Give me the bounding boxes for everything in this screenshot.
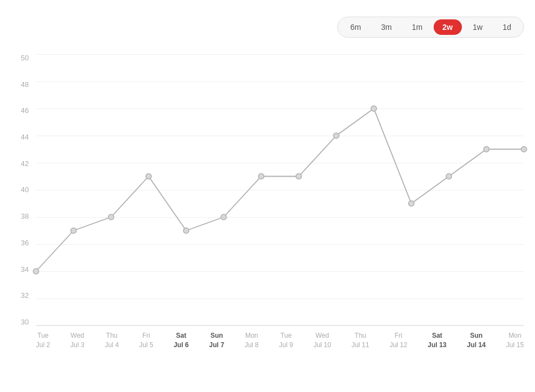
data-point-4 bbox=[183, 228, 189, 234]
data-point-13 bbox=[521, 147, 527, 152]
y-label-48: 48 bbox=[21, 81, 29, 88]
y-label-30: 30 bbox=[21, 318, 29, 326]
time-btn-1m[interactable]: 1m bbox=[403, 19, 431, 35]
chart-container: 6m3m1m2w1w1d 5048464442403836343230 TueJ… bbox=[0, 0, 535, 392]
grid-line-30 bbox=[36, 326, 524, 326]
time-btn-6m[interactable]: 6m bbox=[341, 19, 369, 35]
chart-header: 6m3m1m2w1w1d bbox=[11, 17, 524, 38]
y-label-40: 40 bbox=[21, 186, 29, 193]
time-btn-2w[interactable]: 2w bbox=[434, 19, 462, 35]
y-label-34: 34 bbox=[21, 266, 29, 273]
data-point-5 bbox=[221, 214, 227, 220]
chart-line bbox=[36, 109, 524, 271]
y-label-36: 36 bbox=[21, 239, 29, 246]
x-axis: TueJul 2WedJul 3ThuJul 4FriJul 5SatJul 6… bbox=[36, 331, 524, 350]
time-range-selector: 6m3m1m2w1w1d bbox=[337, 17, 524, 38]
x-label-5: SunJul 7 bbox=[209, 331, 224, 350]
data-point-12 bbox=[483, 147, 489, 152]
plot-area bbox=[36, 54, 524, 326]
x-label-3: FriJul 5 bbox=[139, 331, 153, 350]
x-label-9: ThuJul 11 bbox=[352, 331, 369, 350]
y-label-44: 44 bbox=[21, 133, 29, 141]
x-label-6: MonJul 8 bbox=[245, 331, 259, 350]
x-label-4: SatJul 6 bbox=[173, 331, 188, 350]
y-axis: 5048464442403836343230 bbox=[11, 54, 33, 326]
x-label-13: MonJul 15 bbox=[506, 331, 524, 350]
x-label-7: TueJul 9 bbox=[279, 331, 293, 350]
data-point-2 bbox=[109, 214, 114, 220]
time-btn-3m[interactable]: 3m bbox=[372, 19, 400, 35]
y-label-42: 42 bbox=[21, 160, 29, 167]
x-label-10: FriJul 12 bbox=[389, 331, 407, 350]
data-point-3 bbox=[146, 174, 151, 179]
line-chart-svg bbox=[36, 54, 524, 325]
data-point-7 bbox=[296, 174, 301, 179]
data-point-6 bbox=[259, 174, 264, 179]
y-label-50: 50 bbox=[21, 54, 29, 61]
data-point-0 bbox=[33, 269, 39, 274]
data-point-9 bbox=[371, 106, 377, 111]
x-label-8: WedJul 10 bbox=[313, 331, 331, 350]
y-label-46: 46 bbox=[21, 107, 29, 114]
data-point-10 bbox=[409, 201, 414, 207]
x-label-11: SatJul 13 bbox=[428, 331, 446, 350]
x-label-12: SunJul 14 bbox=[467, 331, 486, 350]
y-label-32: 32 bbox=[21, 292, 29, 299]
x-label-2: ThuJul 4 bbox=[105, 331, 119, 350]
y-label-38: 38 bbox=[21, 213, 29, 220]
data-point-11 bbox=[446, 174, 451, 179]
x-label-1: WedJul 3 bbox=[70, 331, 84, 350]
time-btn-1d[interactable]: 1d bbox=[493, 19, 520, 35]
data-point-8 bbox=[333, 133, 339, 138]
data-point-1 bbox=[71, 228, 76, 234]
x-label-0: TueJul 2 bbox=[36, 331, 50, 350]
time-btn-1w[interactable]: 1w bbox=[464, 19, 492, 35]
chart-area: 5048464442403836343230 TueJul 2WedJul 3T… bbox=[11, 54, 524, 359]
